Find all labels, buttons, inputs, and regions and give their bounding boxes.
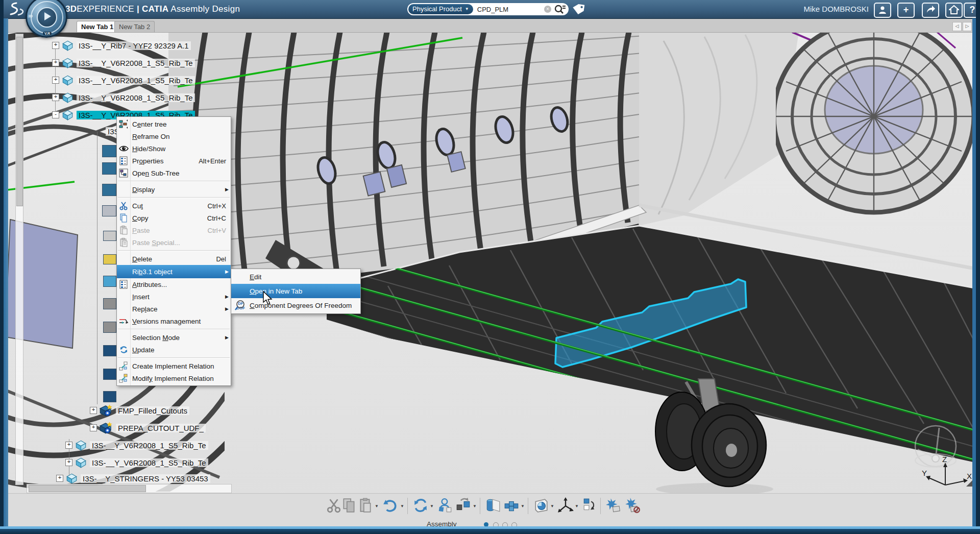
axis-system-button[interactable]: [557, 497, 574, 514]
clash-analysis-button[interactable]: [624, 497, 640, 514]
tree-item[interactable]: + FMP_Filled_Cutouts: [90, 404, 189, 417]
menu-item-properties[interactable]: Properties Alt+Enter: [117, 155, 231, 167]
expander-icon[interactable]: +: [90, 407, 97, 414]
tree-child-icon[interactable]: [103, 369, 116, 380]
tree-item[interactable]: + I3S-__Y_V6R2008_1_S5_Rib_Te: [52, 56, 195, 69]
tree-child-icon[interactable]: [102, 145, 116, 157]
component-management-button[interactable]: [437, 497, 453, 514]
tree-item[interactable]: + I3S-__Y_STRINGERS - YY53 03453: [56, 473, 210, 483]
add-icon[interactable]: +: [897, 3, 915, 18]
search-scope-label: Physical Product: [412, 4, 462, 14]
tree-child-icon[interactable]: [103, 276, 116, 287]
expander-icon[interactable]: -: [52, 111, 59, 118]
update-button[interactable]: [412, 497, 429, 514]
expander-icon[interactable]: +: [90, 424, 97, 431]
tab-label: New Tab 1: [81, 23, 113, 31]
tree-horizontal-scrollbar-thumb[interactable]: [29, 485, 146, 492]
menu-item-selection-mode[interactable]: Selection Mode ▶: [117, 331, 231, 344]
tree-item[interactable]: + I3S-__Y_V6R2008_1_S5_Rib_Te: [65, 439, 208, 452]
instantiation-caret[interactable]: ▼: [521, 504, 525, 508]
tree-child-icon[interactable]: [103, 345, 116, 356]
product-cube-icon: [75, 457, 87, 469]
share-icon[interactable]: [922, 3, 939, 18]
expander-icon[interactable]: +: [65, 442, 72, 449]
user-name[interactable]: Mike DOMBROSKI: [803, 5, 869, 13]
search-input[interactable]: CPD_PLM: [477, 6, 544, 13]
cut-button[interactable]: [326, 497, 342, 514]
menu-item-insert[interactable]: Insert ▶: [117, 290, 231, 303]
menu-item-rib3-object[interactable]: Rib3.1 object ▶: [117, 265, 231, 278]
tree-item[interactable]: + I3S-__Y_V6R2008_1_S5_Rib_Te: [52, 91, 195, 104]
tree-vertical-scrollbar-thumb[interactable]: [16, 37, 23, 206]
submenu-arrow-icon: ▶: [225, 187, 229, 192]
cut-icon: [119, 201, 129, 210]
tree-item[interactable]: + PREPA_CUTOUT_UDF_: [90, 421, 206, 434]
expander-icon[interactable]: +: [52, 59, 59, 66]
tree-child-icon[interactable]: [103, 254, 116, 264]
menu-item-attributes[interactable]: Attributes...: [117, 278, 231, 290]
menu-item-modify-implement-relation[interactable]: Modify Implement Relation: [117, 372, 231, 384]
expander-icon[interactable]: +: [56, 475, 63, 482]
menu-item-open-sub-tree[interactable]: Open Sub-Tree: [117, 167, 231, 179]
tree-item[interactable]: + I3S-__Y_Rib7 - YYF2 92329 A.1: [52, 39, 191, 52]
update-caret[interactable]: ▼: [430, 504, 434, 508]
menu-item-reframe-on[interactable]: Reframe On: [117, 130, 231, 142]
menu-item-update[interactable]: Update: [117, 344, 231, 356]
menu-item-versions-management[interactable]: Versions management: [117, 315, 231, 327]
manipulation-button[interactable]: [455, 497, 472, 514]
mechanism-button[interactable]: [533, 497, 549, 514]
submenu-item-open-in-new-tab[interactable]: Open in New Tab: [231, 284, 360, 298]
tab-scroll-right-icon[interactable]: ▷: [963, 22, 972, 31]
tag-icon[interactable]: [572, 3, 585, 15]
menu-item-create-implement-relation[interactable]: Create Implement Relation: [117, 360, 231, 372]
undo-button[interactable]: [382, 497, 398, 514]
multi-instantiation-button[interactable]: [503, 497, 520, 514]
profile-icon[interactable]: [874, 3, 891, 18]
menu-item-delete[interactable]: Delete Del: [117, 253, 231, 265]
tree-child-icon[interactable]: [103, 391, 116, 402]
tree-child-icon[interactable]: [102, 184, 116, 196]
tree-child-icon[interactable]: [102, 162, 116, 175]
expander-icon[interactable]: +: [52, 94, 59, 101]
paste-options-caret[interactable]: ▼: [375, 504, 379, 508]
undo-history-caret[interactable]: ▼: [400, 504, 404, 508]
menu-item-center-tree[interactable]: Center tree: [117, 118, 231, 130]
submenu-item-component-dof[interactable]: DF DOF Component Degrees Of Freedom: [231, 298, 360, 312]
update-icon: [119, 345, 129, 354]
section-button[interactable]: [485, 497, 501, 514]
search-bar[interactable]: Physical Product ▼ CPD_PLM ×: [407, 3, 569, 15]
tree-item[interactable]: I3S: [106, 125, 117, 138]
expander-icon[interactable]: +: [52, 77, 59, 84]
clash-button[interactable]: [605, 497, 622, 514]
search-scope-dropdown[interactable]: Physical Product ▼: [408, 4, 473, 14]
chevron-down-icon: ▼: [465, 4, 469, 14]
manipulation-caret[interactable]: ▼: [473, 504, 477, 508]
reorder-tree-button[interactable]: [582, 497, 598, 514]
tree-child-icon[interactable]: [103, 231, 116, 241]
paste-button[interactable]: [357, 497, 374, 514]
search-icon[interactable]: [553, 4, 567, 14]
menu-item-cut[interactable]: Cut Ctrl+X: [117, 200, 231, 212]
mechanism-caret[interactable]: ▼: [550, 504, 554, 508]
window-border-right-inner[interactable]: [972, 18, 976, 534]
tab-new-tab-2[interactable]: New Tab 2: [114, 21, 155, 32]
product-cube-icon: [62, 40, 74, 52]
play-icon[interactable]: [44, 12, 51, 20]
menu-item-hide-show[interactable]: Hide/Show: [117, 142, 231, 155]
expander-icon[interactable]: +: [65, 459, 72, 466]
submenu-item-edit[interactable]: Edit: [231, 270, 360, 284]
copy-button[interactable]: [341, 497, 357, 514]
expander-icon[interactable]: +: [52, 42, 59, 49]
tree-child-icon[interactable]: [103, 298, 116, 309]
tree-item[interactable]: + I3S-__Y_V6R2008_1_S5_Rib_Te: [65, 456, 208, 469]
home-icon[interactable]: [945, 3, 963, 18]
tree-item[interactable]: + I3S-__Y_V6R2008_1_S5_Rib_Te: [52, 74, 195, 87]
menu-item-display[interactable]: Display ▶: [117, 183, 231, 196]
tree-child-icon[interactable]: [103, 322, 116, 333]
tab-scroll-left-icon[interactable]: ◁: [952, 22, 962, 31]
menu-item-copy[interactable]: Copy Ctrl+C: [117, 212, 231, 224]
menu-item-replace[interactable]: Replace ▶: [117, 303, 231, 315]
axis-system-caret[interactable]: ▼: [575, 504, 579, 508]
search-clear-icon[interactable]: ×: [544, 6, 551, 13]
tree-child-icon[interactable]: [102, 205, 116, 216]
